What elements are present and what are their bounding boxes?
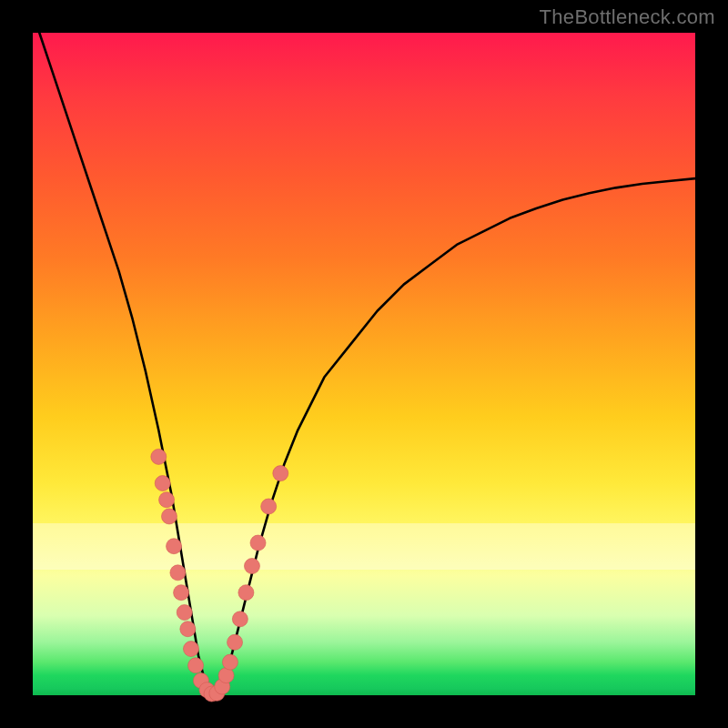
sample-dot <box>244 559 259 574</box>
sample-dot <box>222 654 238 670</box>
sample-dot <box>170 565 186 581</box>
sample-dot <box>151 449 167 464</box>
sample-dot <box>261 499 277 514</box>
sample-dot <box>159 492 175 508</box>
sample-dot <box>273 466 288 481</box>
sample-dot <box>180 622 196 637</box>
chart-frame: TheBottleneck.com <box>0 0 728 728</box>
sample-dot <box>232 612 248 627</box>
sample-dot <box>177 605 192 621</box>
sample-dots-group <box>151 449 288 702</box>
sample-dot <box>167 539 182 554</box>
watermark-text: TheBottleneck.com <box>540 5 715 29</box>
sample-dot <box>174 585 189 601</box>
sample-dot <box>183 642 198 657</box>
sample-dot <box>188 658 204 673</box>
plot-area <box>33 33 695 695</box>
sample-dot <box>161 509 177 524</box>
sample-dot <box>250 535 266 551</box>
sample-dot <box>238 585 254 601</box>
curve-layer <box>33 33 695 695</box>
sample-dot <box>155 476 170 491</box>
sample-dot <box>228 634 243 650</box>
bottleneck-curve <box>39 33 695 695</box>
